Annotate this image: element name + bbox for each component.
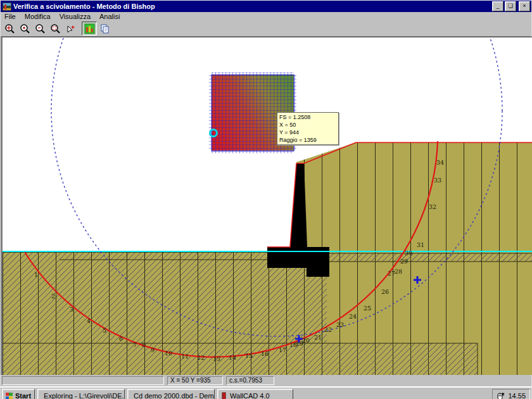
slice-number: 9 xyxy=(151,346,155,353)
maximize-button[interactable]: ❏ xyxy=(505,1,516,11)
slice-number: 13 xyxy=(213,355,220,362)
copy-icon[interactable] xyxy=(97,22,112,35)
slice-number: 28 xyxy=(395,268,402,275)
slice-number: 14 xyxy=(229,354,236,361)
slice-number: 22 xyxy=(324,326,332,333)
slice-number: 12 xyxy=(197,354,205,361)
clock: 14.55 xyxy=(508,392,526,399)
menu-bar: File Modifica Visualizza Analisi xyxy=(1,12,531,21)
taskbar: Start Exploring - L:\Girevoli\DE... Cd d… xyxy=(1,386,531,399)
slice-number: 5 xyxy=(103,327,106,334)
toolbar xyxy=(1,21,531,37)
slice-number: 29 xyxy=(400,258,408,265)
tooltip-y: Y = 944 xyxy=(279,129,336,136)
slice-number: 20 xyxy=(302,337,310,344)
menu-visualizza[interactable]: Visualizza xyxy=(60,13,91,20)
app-icon xyxy=(3,3,11,11)
tooltip-raggio: Raggio = 1359 xyxy=(279,136,336,144)
wallcad-icon xyxy=(221,392,227,399)
status-panel-empty xyxy=(2,376,164,385)
slice-number: 25 xyxy=(364,305,371,312)
tooltip-x: X = 50 xyxy=(279,121,336,129)
status-coordinates: X = 50 Y =935 xyxy=(167,376,223,385)
slice-number: 21 xyxy=(314,334,322,341)
status-bar: X = 50 Y =935 c.s.=0.7953 xyxy=(1,375,531,386)
fs-result-tooltip: FS = 1.2508 X = 50 Y = 944 Raggio = 1359 xyxy=(277,112,339,145)
menu-analisi[interactable]: Analisi xyxy=(99,13,120,20)
deep-soil-layer xyxy=(3,343,478,375)
backfill-layer-band xyxy=(327,253,532,262)
title-bar[interactable]: Verifica a scivolamento - Metodo di Bish… xyxy=(1,1,531,12)
slice-number: 7 xyxy=(133,341,137,348)
task-explorer[interactable]: Exploring - L:\Girevoli\DE... xyxy=(37,389,125,399)
system-tray: 14.55 xyxy=(492,389,530,399)
status-scale: c.s.=0.7953 xyxy=(226,376,274,385)
slice-number: 23 xyxy=(336,321,344,328)
window-title: Verifica a scivolamento - Metodo di Bish… xyxy=(13,3,491,10)
slice-number: 16 xyxy=(261,350,269,357)
zoom-in-icon[interactable] xyxy=(17,22,32,35)
backfill-soil xyxy=(296,142,532,375)
slice-number: 11 xyxy=(181,353,189,360)
fs-map-icon[interactable] xyxy=(82,22,97,35)
slice-number: 26 xyxy=(381,288,389,295)
pan-select-icon[interactable] xyxy=(63,22,78,35)
drawing-canvas[interactable]: 1234567891011121314151617181920212223242… xyxy=(1,37,532,375)
slice-number: 17 xyxy=(279,346,286,353)
task-wallcad[interactable]: WallCAD 4.0 xyxy=(217,389,293,399)
slice-number: 34 xyxy=(436,159,444,166)
windows-logo-icon xyxy=(6,393,13,399)
zoom-out-icon[interactable] xyxy=(32,22,48,35)
start-button[interactable]: Start xyxy=(2,389,35,399)
slice-number: 8 xyxy=(142,341,146,348)
close-button[interactable]: × xyxy=(519,1,530,11)
slice-number: 24 xyxy=(349,313,357,320)
application-window: Verifica a scivolamento - Metodo di Bish… xyxy=(0,0,532,399)
task-cd-demo-label: Cd demo 2000.dbd - Demo... xyxy=(134,392,215,399)
slice-number: 33 xyxy=(434,177,441,184)
slice-number: 32 xyxy=(429,203,436,210)
menu-modifica[interactable]: Modifica xyxy=(25,13,51,20)
slice-number: 31 xyxy=(417,241,424,248)
slice-number: 2 xyxy=(51,293,55,300)
task-cd-demo[interactable]: Cd demo 2000.dbd - Demo... xyxy=(127,389,215,399)
zoom-extents-icon[interactable] xyxy=(2,22,17,35)
menu-file[interactable]: File xyxy=(4,13,16,20)
slice-number: 3 xyxy=(70,306,73,313)
zoom-window-icon[interactable] xyxy=(48,22,63,35)
slice-number: 1 xyxy=(34,271,38,278)
analysis-scene: 1234567891011121314151617181920212223242… xyxy=(3,37,532,375)
slice-number: 30 xyxy=(405,250,412,256)
task-explorer-label: Exploring - L:\Girevoli\DE... xyxy=(44,392,125,399)
slice-number: 4 xyxy=(87,317,91,324)
slice-number: 6 xyxy=(119,335,123,342)
slice-number: 10 xyxy=(165,350,172,357)
tooltip-fs: FS = 1.2508 xyxy=(279,113,336,121)
slice-number: 15 xyxy=(245,352,253,359)
start-label: Start xyxy=(15,392,31,399)
mouse-icon xyxy=(497,391,505,399)
minimize-button[interactable]: _ xyxy=(492,1,504,11)
task-wallcad-label: WallCAD 4.0 xyxy=(230,392,270,399)
